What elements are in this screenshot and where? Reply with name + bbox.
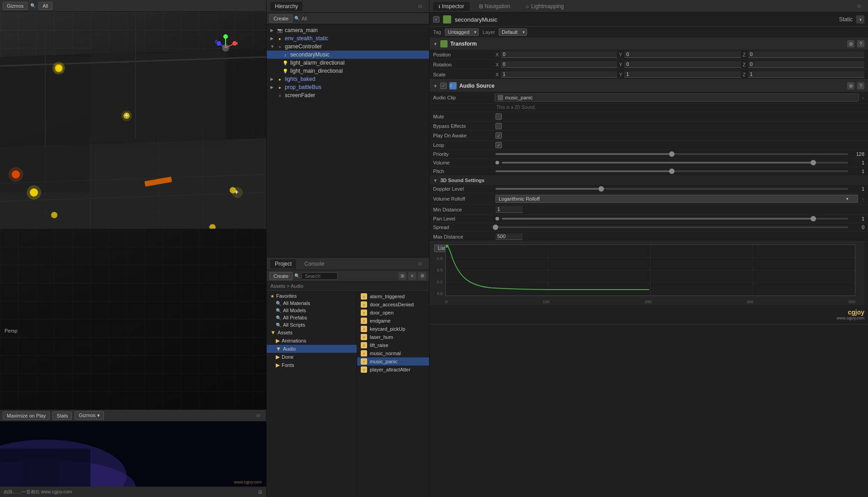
pan-level-slider[interactable] <box>502 218 848 220</box>
rotation-x: X <box>495 61 617 68</box>
gizmos-bottom-button[interactable]: Gizmos ▾ <box>75 411 104 420</box>
inspector-tab[interactable]: ℹ Inspector <box>433 2 470 11</box>
list-view-icon[interactable]: ≡ <box>408 272 416 280</box>
project-create-button[interactable]: Create <box>269 272 292 280</box>
play-on-awake-checkbox[interactable]: ✓ <box>495 132 502 139</box>
lightmapping-tab[interactable]: ☼ Lightmapping <box>519 2 569 11</box>
project-all-scripts[interactable]: 🔍 All Scripts <box>267 321 357 328</box>
transform-help-btn[interactable]: ? <box>857 40 864 47</box>
scale-y-input[interactable] <box>624 71 741 78</box>
project-done[interactable]: ▶ Done <box>267 353 357 361</box>
favorites-header[interactable]: ★ Favorites <box>267 292 357 300</box>
transform-header[interactable]: ▼ Transform ⚙ ? <box>429 38 868 50</box>
rotation-x-input[interactable] <box>501 61 617 68</box>
hierarchy-item-game-controller[interactable]: ▼ ○ gameController <box>267 42 429 51</box>
hierarchy-item-light-main[interactable]: 💡 light_main_directional <box>267 67 429 75</box>
priority-slider[interactable] <box>495 153 848 155</box>
asset-door-open[interactable]: ♪ door_open <box>357 309 429 317</box>
audio-source-settings-btn[interactable]: ⚙ <box>847 82 854 89</box>
audio-clip-box[interactable]: music_panic <box>495 94 859 102</box>
asset-endgame[interactable]: ♪ endgame <box>357 317 429 325</box>
project-tab[interactable]: Project <box>270 259 296 268</box>
scale-x-input[interactable] <box>501 71 617 78</box>
transform-icon <box>440 40 448 47</box>
asset-music-panic[interactable]: ♪ music_panic <box>357 357 429 366</box>
audio-source-help-btn[interactable]: ? <box>857 82 864 89</box>
position-y-input[interactable] <box>624 51 741 58</box>
loop-checkbox[interactable]: ✓ <box>495 142 502 148</box>
asset-keycard-pickup[interactable]: ♪ keycard_pickUp <box>357 325 429 333</box>
volume-rolloff-value: Logarithmic Rolloff <box>499 196 540 202</box>
hierarchy-label: lights_baked <box>285 76 315 82</box>
doppler-thumb[interactable] <box>599 186 604 192</box>
hierarchy-item-secondary-music[interactable]: ♪ secondaryMusic <box>267 51 429 59</box>
audio-file-icon: ♪ <box>361 301 367 308</box>
all-button[interactable]: All <box>38 2 52 10</box>
sound-3d-header[interactable]: ▼ 3D Sound Settings <box>429 176 868 185</box>
volume-rolloff-dropdown[interactable]: Logarithmic Rolloff ▾ <box>495 195 858 203</box>
project-animations[interactable]: ▶ Animations <box>267 337 357 345</box>
scene-view[interactable]: X Y Z Persp <box>0 12 266 409</box>
project-fonts[interactable]: ▶ Fonts <box>267 361 357 369</box>
project-all-models[interactable]: 🔍 All Models <box>267 307 357 314</box>
hierarchy-create-button[interactable]: Create <box>269 14 292 23</box>
asset-door-access-denied[interactable]: ♪ door_accessDenied <box>357 300 429 309</box>
pan-thumb[interactable] <box>811 216 816 221</box>
position-x-input[interactable] <box>501 51 617 58</box>
pitch-thumb[interactable] <box>669 169 675 174</box>
grid-view-icon[interactable]: ⊞ <box>398 272 406 280</box>
assets-header[interactable]: ▼ Assets <box>267 328 357 337</box>
object-settings-icon[interactable]: ▾ <box>856 15 864 23</box>
rotation-y-input[interactable] <box>624 61 741 68</box>
mute-checkbox[interactable] <box>495 113 502 120</box>
project-panel: Project Console ⊟ Create 🔍 ⊞ ≡ ⚙ Assets <box>267 258 429 497</box>
min-distance-input[interactable] <box>495 206 523 213</box>
audio-source-header[interactable]: ▼ ✓ ♪ Audio Source ⚙ ? <box>429 80 868 92</box>
max-distance-row: Max Distance <box>429 232 868 242</box>
hierarchy-item-screen-fader[interactable]: ○ screenFader <box>267 91 429 99</box>
settings-icon[interactable]: ⚙ <box>418 272 426 280</box>
maximize-on-play-button[interactable]: Maximize on Play <box>3 412 50 420</box>
spread-slider[interactable] <box>495 226 848 228</box>
hierarchy-item-prop-battle-bus[interactable]: ▶ ▸ prop_battleBus <box>267 83 429 91</box>
asset-player-attract[interactable]: ♪ player_attractAtter <box>357 366 429 374</box>
scale-z-input[interactable] <box>748 71 864 78</box>
hierarchy-tab[interactable]: Hierarchy <box>270 2 302 11</box>
active-checkbox[interactable]: ✓ <box>433 16 439 23</box>
navigation-tab[interactable]: ⊞ Navigation <box>473 2 516 11</box>
expand-arrow: ▼ <box>270 44 275 49</box>
spread-thumb[interactable] <box>493 225 498 230</box>
hierarchy-item-light-alarm[interactable]: 💡 light_alarm_directional <box>267 59 429 67</box>
volume-thumb[interactable] <box>811 160 816 165</box>
position-z-input[interactable] <box>748 51 864 58</box>
priority-thumb[interactable] <box>669 151 675 157</box>
hierarchy-item-env-stealth[interactable]: ▶ ▸ env_stealth_static <box>267 34 429 42</box>
doppler-slider[interactable] <box>495 188 848 190</box>
asset-music-normal[interactable]: ♪ music_normal <box>357 349 429 357</box>
asset-laser-hum[interactable]: ♪ laser_hum <box>357 333 429 341</box>
project-search-input[interactable] <box>302 272 338 280</box>
hierarchy-item-camera-main[interactable]: ▶ 📷 camera_main <box>267 26 429 34</box>
project-audio[interactable]: ▼ Audio <box>267 345 357 353</box>
asset-lift-raise[interactable]: ♪ lift_raise <box>357 341 429 349</box>
svg-point-14 <box>52 62 65 75</box>
tag-dropdown[interactable]: Untagged ▾ <box>445 28 479 36</box>
bypass-effects-checkbox[interactable] <box>495 123 502 129</box>
status-text: 由路……一直都在 www.cgjoy.com <box>4 489 72 495</box>
project-all-prefabs[interactable]: 🔍 All Prefabs <box>267 314 357 321</box>
game-preview[interactable]: www.cgjoy.com <box>0 422 266 487</box>
rotation-z: Z <box>743 61 864 68</box>
stats-button[interactable]: Stats <box>52 412 72 420</box>
hierarchy-item-lights-baked[interactable]: ▶ ▸ lights_baked <box>267 75 429 83</box>
transform-settings-btn[interactable]: ⚙ <box>847 40 854 47</box>
console-tab[interactable]: Console <box>300 259 329 268</box>
project-all-materials[interactable]: 🔍 All Materials <box>267 300 357 307</box>
rotation-z-input[interactable] <box>748 61 864 68</box>
asset-alarm-triggered[interactable]: ♪ alarm_triggered <box>357 292 429 300</box>
max-distance-input[interactable] <box>495 233 523 240</box>
pitch-slider[interactable] <box>495 170 848 172</box>
volume-slider[interactable] <box>502 162 848 164</box>
gizmos-button[interactable]: Gizmos <box>3 2 28 10</box>
audio-source-active-checkbox[interactable]: ✓ <box>440 83 447 89</box>
layer-dropdown[interactable]: Default ▾ <box>499 28 527 36</box>
